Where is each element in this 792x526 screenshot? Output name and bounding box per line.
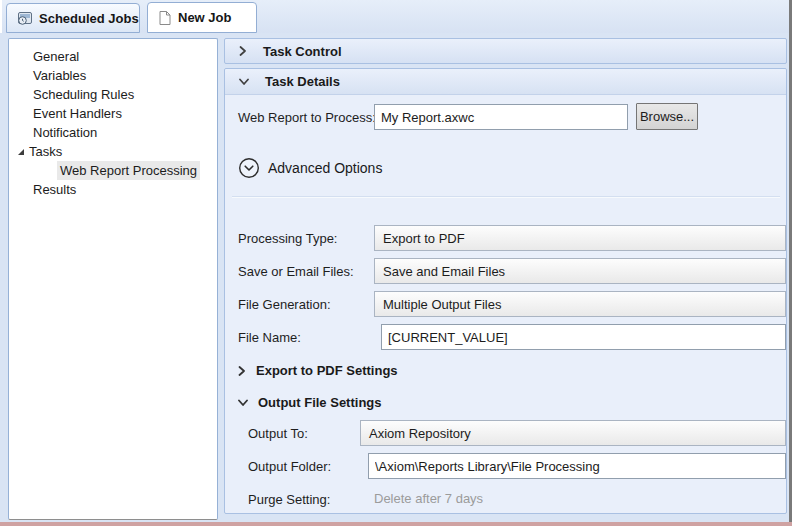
output-folder-input[interactable]	[368, 453, 786, 479]
web-report-label: Web Report to Process:	[238, 109, 376, 127]
advanced-options-label: Advanced Options	[268, 160, 382, 176]
section-title: Output File Settings	[258, 395, 382, 410]
sidebar-item-variables[interactable]: Variables	[9, 66, 217, 85]
tab-strip: Scheduled Jobs New Job	[0, 0, 789, 33]
app-window: Scheduled Jobs New Job General Variables…	[0, 0, 792, 526]
browse-button[interactable]: Browse...	[636, 103, 698, 130]
output-folder-label: Output Folder:	[248, 458, 331, 476]
output-file-settings-header[interactable]: Output File Settings	[238, 395, 382, 410]
processing-type-dropdown[interactable]: Export to PDF	[374, 225, 786, 251]
save-or-email-dropdown[interactable]: Save and Email Files	[374, 258, 786, 284]
tab-scheduled-jobs[interactable]: Scheduled Jobs	[6, 3, 140, 33]
advanced-options-toggle[interactable]: Advanced Options	[238, 157, 382, 179]
chevron-right-icon	[239, 46, 247, 56]
purge-setting-label: Purge Setting:	[248, 491, 330, 509]
file-generation-dropdown[interactable]: Multiple Output Files	[374, 291, 786, 317]
save-or-email-label: Save or Email Files:	[238, 263, 354, 281]
processing-type-label: Processing Type:	[238, 230, 337, 248]
export-pdf-settings-header[interactable]: Export to PDF Settings	[238, 363, 398, 378]
window-bottom-border	[0, 522, 792, 526]
output-to-dropdown[interactable]: Axiom Repository	[360, 420, 786, 446]
sidebar-item-web-report-processing[interactable]: Web Report Processing	[9, 161, 217, 180]
web-report-input[interactable]	[374, 104, 628, 130]
file-name-input[interactable]	[381, 324, 786, 350]
scheduled-jobs-icon	[17, 10, 33, 26]
file-generation-label: File Generation:	[238, 296, 331, 314]
job-settings-sidebar: General Variables Scheduling Rules Event…	[8, 38, 218, 520]
sidebar-item-label: Tasks	[29, 142, 62, 161]
sidebar-item-event-handlers[interactable]: Event Handlers	[9, 104, 217, 123]
section-title: Task Details	[265, 74, 340, 89]
sidebar-item-general[interactable]: General	[9, 47, 217, 66]
chevron-right-icon	[238, 366, 246, 376]
sidebar-item-tasks[interactable]: Tasks	[9, 142, 217, 161]
output-to-label: Output To:	[248, 425, 308, 443]
sidebar-item-scheduling-rules[interactable]: Scheduling Rules	[9, 85, 217, 104]
task-control-section-header[interactable]: Task Control	[224, 38, 787, 64]
tab-new-job[interactable]: New Job	[147, 2, 257, 33]
tree-expanded-icon[interactable]	[17, 148, 25, 156]
selected-item-highlight: Web Report Processing	[57, 161, 200, 180]
sidebar-item-notification[interactable]: Notification	[9, 123, 217, 142]
file-name-label: File Name:	[238, 329, 301, 347]
sidebar-item-results[interactable]: Results	[9, 180, 217, 199]
purge-setting-value: Delete after 7 days	[374, 491, 483, 506]
task-details-section-header[interactable]: Task Details	[225, 69, 786, 95]
chevron-down-icon	[239, 78, 249, 86]
section-title: Export to PDF Settings	[256, 363, 398, 378]
tab-label: New Job	[178, 10, 231, 25]
circle-chevron-down-icon	[238, 157, 260, 179]
section-divider	[232, 196, 780, 198]
section-title: Task Control	[263, 44, 342, 59]
tab-label: Scheduled Jobs	[39, 11, 139, 26]
new-document-icon	[158, 10, 172, 26]
chevron-down-icon	[238, 399, 248, 407]
